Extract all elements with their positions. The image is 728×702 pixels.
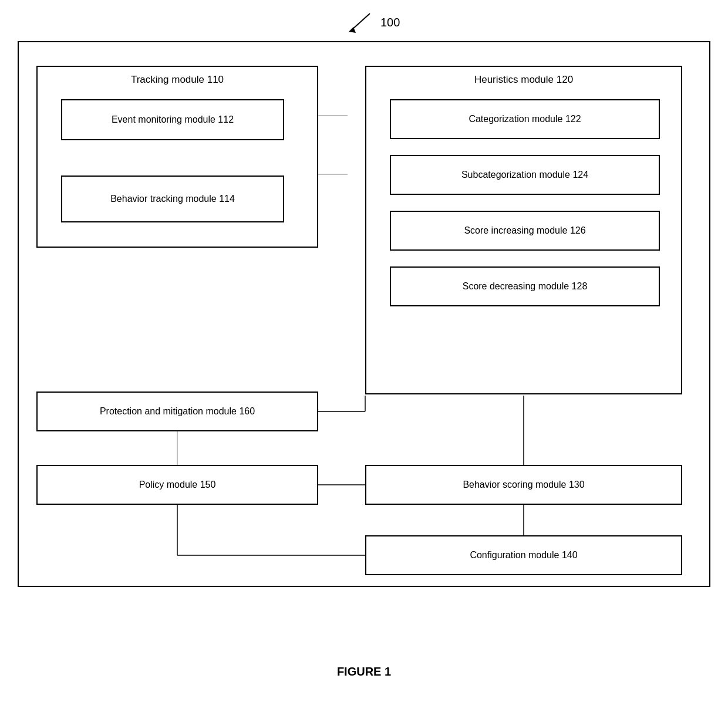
protection-label: Protection and mitigation module 160: [100, 406, 255, 417]
score-increasing-label: Score increasing module 126: [464, 225, 585, 236]
outer-box: Tracking module 110 Event monitoring mod…: [18, 41, 710, 587]
behavior-scoring-module: Behavior scoring module 130: [365, 465, 682, 505]
heuristics-module: Heuristics module 120 Categorization mod…: [365, 66, 682, 394]
categorization-label: Categorization module 122: [469, 114, 581, 124]
main-reference-label: 100: [341, 11, 400, 34]
heuristics-module-title: Heuristics module 120: [474, 74, 573, 86]
tracking-module-title: Tracking module 110: [131, 74, 224, 86]
arrow-icon: [341, 11, 376, 34]
score-decreasing-label: Score decreasing module 128: [463, 281, 588, 292]
event-monitoring-module: Event monitoring module 112: [61, 99, 284, 140]
figure-label: FIGURE 1: [337, 665, 391, 679]
main-label: 100: [380, 16, 400, 29]
subcategorization-label: Subcategorization module 124: [461, 170, 588, 180]
configuration-label: Configuration module 140: [470, 550, 577, 561]
policy-module: Policy module 150: [36, 465, 318, 505]
page-container: 100: [0, 0, 728, 702]
event-monitoring-label: Event monitoring module 112: [112, 114, 234, 125]
policy-label: Policy module 150: [139, 480, 216, 490]
protection-module: Protection and mitigation module 160: [36, 392, 318, 431]
subcategorization-module: Subcategorization module 124: [390, 155, 660, 195]
behavior-tracking-module: Behavior tracking module 114: [61, 176, 284, 222]
categorization-module: Categorization module 122: [390, 99, 660, 139]
behavior-tracking-label: Behavior tracking module 114: [110, 194, 235, 204]
score-increasing-module: Score increasing module 126: [390, 211, 660, 251]
svg-line-0: [352, 14, 370, 29]
score-decreasing-module: Score decreasing module 128: [390, 266, 660, 306]
tracking-module: Tracking module 110 Event monitoring mod…: [36, 66, 318, 248]
behavior-scoring-label: Behavior scoring module 130: [463, 480, 584, 490]
configuration-module: Configuration module 140: [365, 535, 682, 575]
